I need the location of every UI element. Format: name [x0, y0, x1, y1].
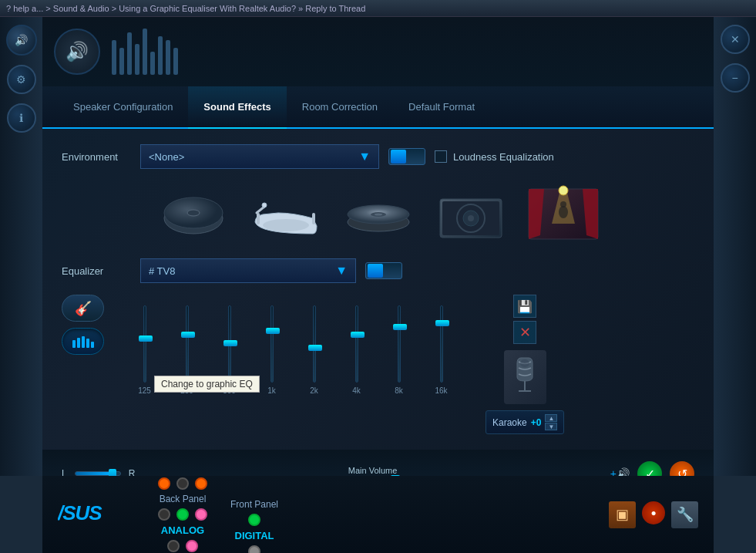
guitar-mode-button[interactable]: 🎸: [62, 295, 104, 322]
graphic-eq-button[interactable]: [62, 328, 104, 355]
back-panel-label: Back Panel: [160, 494, 207, 504]
eq-band-16k: 16k: [420, 305, 462, 395]
jack-analog-1: [167, 540, 180, 552]
eq-slider-thumb-125[interactable]: [139, 336, 153, 342]
eq-slider-track-125[interactable]: [143, 305, 146, 383]
eq-controls-row: Equalizer # TV8 ▼: [62, 258, 694, 283]
eq-band-2k: 2k: [293, 305, 335, 395]
tab-sound-effects[interactable]: Sound Effects: [188, 86, 286, 129]
eq-slider-thumb-250[interactable]: [181, 332, 195, 338]
io-buttons: ▣ ● 🔧: [609, 501, 698, 528]
navigation-tabs: Speaker Configuration Sound Effects Room…: [42, 86, 714, 129]
eq-slider-thumb-2k[interactable]: [308, 345, 322, 351]
equalizer-dropdown[interactable]: # TV8 ▼: [140, 258, 356, 283]
realtek-icon: 🔊: [54, 29, 100, 75]
sound-icon-speaker-disc[interactable]: [340, 181, 417, 243]
info-icon[interactable]: ℹ: [7, 103, 36, 133]
jack-back-6: [195, 508, 207, 521]
tab-room-correction[interactable]: Room Correction: [287, 86, 393, 129]
bottom-bar: /SUS Back Panel ANALOG Front Panel DIGIT…: [42, 476, 714, 553]
sound-icon-monitor[interactable]: [432, 181, 509, 243]
loudness-checkbox-label[interactable]: Loudness Equalization: [435, 150, 554, 163]
eq-slider-track-250[interactable]: [186, 305, 189, 383]
eq-freq-label-500: 500: [223, 386, 236, 395]
eq-slider-track-1k[interactable]: [270, 305, 274, 383]
karaoke-label: Karaoke: [492, 417, 527, 428]
eq-slider-thumb-500[interactable]: [223, 340, 237, 346]
svg-point-11: [375, 213, 382, 215]
io-button-1[interactable]: ▣: [609, 501, 636, 528]
delete-preset-button[interactable]: ✕: [513, 321, 536, 344]
karaoke-control: Karaoke +0 ▲ ▼: [486, 410, 564, 434]
eq-slider-thumb-1k[interactable]: [266, 328, 280, 334]
main-content: 🔊 Speaker Configuration Sound Effects Ro…: [42, 17, 714, 476]
equalizer-preset: # TV8: [149, 265, 175, 277]
svg-point-19: [559, 186, 568, 195]
tab-default-format[interactable]: Default Format: [393, 86, 490, 129]
eq-band-125: 125: [123, 305, 166, 395]
eq-slider-thumb-4k[interactable]: [351, 332, 365, 338]
top-bar: ? help a... > Sound & Audio > Using a Gr…: [0, 0, 756, 17]
back-panel-bottom-jacks: [158, 508, 207, 521]
svg-point-7: [263, 219, 309, 231]
jack-back-4: [158, 508, 170, 521]
equalizer-label: Equalizer: [62, 265, 131, 277]
svg-point-2: [187, 210, 200, 216]
close-icon[interactable]: ✕: [721, 25, 750, 54]
microphone-visual: [504, 350, 546, 404]
eq-slider-track-8k[interactable]: [398, 305, 401, 383]
eq-slider-track-500[interactable]: [228, 305, 231, 383]
environment-dropdown[interactable]: <None> ▼: [140, 144, 379, 169]
jack-back-5: [176, 508, 189, 521]
jack-front-1: [248, 514, 260, 526]
eq-slider-track-16k[interactable]: [440, 305, 443, 383]
eq-slider-track-2k[interactable]: [313, 305, 316, 383]
io-button-2[interactable]: ●: [642, 501, 665, 524]
svg-point-16: [468, 215, 474, 221]
back-panel-section: Back Panel ANALOG: [158, 477, 207, 552]
eq-slider-thumb-16k[interactable]: [435, 320, 449, 326]
eq-band-500: 500: [208, 305, 250, 395]
karaoke-decrement[interactable]: ▼: [545, 423, 557, 430]
minimize-icon[interactable]: −: [721, 63, 750, 93]
eq-full-row: 🎸: [62, 295, 694, 434]
loudness-checkbox[interactable]: [435, 150, 447, 163]
eq-freq-label-16k: 16k: [435, 386, 447, 395]
io-button-3[interactable]: 🔧: [671, 501, 698, 528]
environment-row: Environment <None> ▼ Loudness Equalizati…: [62, 144, 694, 169]
breadcrumb: ? help a... > Sound & Audio > Using a Gr…: [6, 4, 365, 13]
eq-slider-thumb-8k[interactable]: [393, 324, 407, 330]
analog-jacks: [167, 540, 198, 552]
settings-icon[interactable]: ⚙: [7, 65, 36, 94]
left-sidebar: 🔊 ⚙ ℹ: [0, 17, 42, 476]
eq-mode-buttons: 🎸: [62, 295, 104, 355]
digital-jacks: [248, 545, 260, 554]
svg-point-20: [559, 206, 568, 218]
sound-icon-disc[interactable]: [155, 181, 232, 243]
svg-rect-22: [72, 340, 76, 348]
eq-band-1k: 1k: [250, 305, 293, 395]
svg-line-5: [257, 207, 264, 213]
eq-dropdown-arrow-icon: ▼: [335, 264, 348, 278]
analog-label: ANALOG: [161, 524, 204, 536]
svg-point-6: [262, 203, 267, 207]
equalizer-toggle[interactable]: [365, 262, 402, 279]
environment-toggle[interactable]: [388, 148, 425, 165]
header-area: 🔊: [42, 17, 714, 86]
front-panel-section: Front Panel DIGITAL: [230, 472, 278, 554]
eq-freq-label-2k: 2k: [310, 386, 318, 395]
karaoke-value: +0: [531, 417, 542, 428]
front-panel-label: Front Panel: [230, 499, 278, 510]
save-preset-button[interactable]: 💾: [513, 295, 536, 318]
sound-icon-bathtub[interactable]: [247, 181, 324, 243]
tab-speaker-configuration[interactable]: Speaker Configuration: [58, 86, 188, 129]
sound-icon-theater[interactable]: [525, 181, 602, 243]
svg-rect-23: [77, 338, 80, 348]
eq-freq-label-8k: 8k: [395, 386, 403, 395]
eq-slider-track-4k[interactable]: [355, 305, 358, 383]
environment-value: <None>: [149, 151, 184, 163]
karaoke-increment[interactable]: ▲: [545, 414, 557, 422]
svg-rect-24: [82, 336, 85, 348]
svg-rect-25: [86, 339, 89, 348]
content-panel: Environment <None> ▼ Loudness Equalizati…: [42, 129, 714, 450]
